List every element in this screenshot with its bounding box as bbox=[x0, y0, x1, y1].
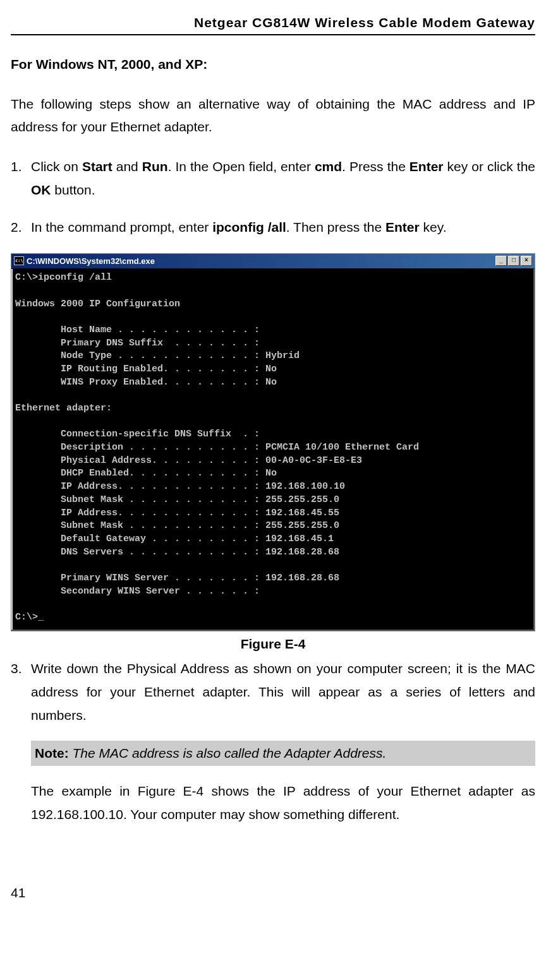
step-1: Click on Start and Run. In the Open fiel… bbox=[11, 155, 535, 202]
maximize-button[interactable]: □ bbox=[508, 256, 519, 266]
section-heading: For Windows NT, 2000, and XP: bbox=[11, 54, 535, 75]
minimize-button[interactable]: _ bbox=[495, 256, 507, 266]
window-buttons: _ □ × bbox=[495, 256, 532, 266]
page-number: 41 bbox=[11, 883, 535, 903]
page-header: Netgear CG814W Wireless Cable Modem Gate… bbox=[11, 13, 535, 35]
window-title: C:\WINDOWS\System32\cmd.exe bbox=[27, 255, 155, 268]
command-prompt-window: C:\WINDOWS\System32\cmd.exe _ □ × C:\>ip… bbox=[11, 253, 535, 631]
steps-list: Click on Start and Run. In the Open fiel… bbox=[11, 155, 535, 239]
step-3: Write down the Physical Address as shown… bbox=[11, 657, 535, 727]
note-text: The MAC address is also called the Adapt… bbox=[69, 746, 387, 760]
step-2: In the command prompt, enter ipconfig /a… bbox=[11, 216, 535, 239]
example-paragraph: The example in Figure E-4 shows the IP a… bbox=[31, 780, 535, 827]
figure-caption: Figure E-4 bbox=[11, 634, 535, 654]
note-label: Note: bbox=[35, 746, 69, 760]
steps-list-continued: Write down the Physical Address as shown… bbox=[11, 657, 535, 727]
cmd-icon bbox=[14, 256, 24, 265]
intro-paragraph: The following steps show an alternative … bbox=[11, 93, 535, 138]
window-titlebar: C:\WINDOWS\System32\cmd.exe _ □ × bbox=[11, 254, 535, 270]
note-box: Note: The MAC address is also called the… bbox=[31, 741, 535, 766]
terminal-output: C:\>ipconfig /all Windows 2000 IP Config… bbox=[11, 269, 535, 631]
close-button[interactable]: × bbox=[521, 256, 532, 266]
